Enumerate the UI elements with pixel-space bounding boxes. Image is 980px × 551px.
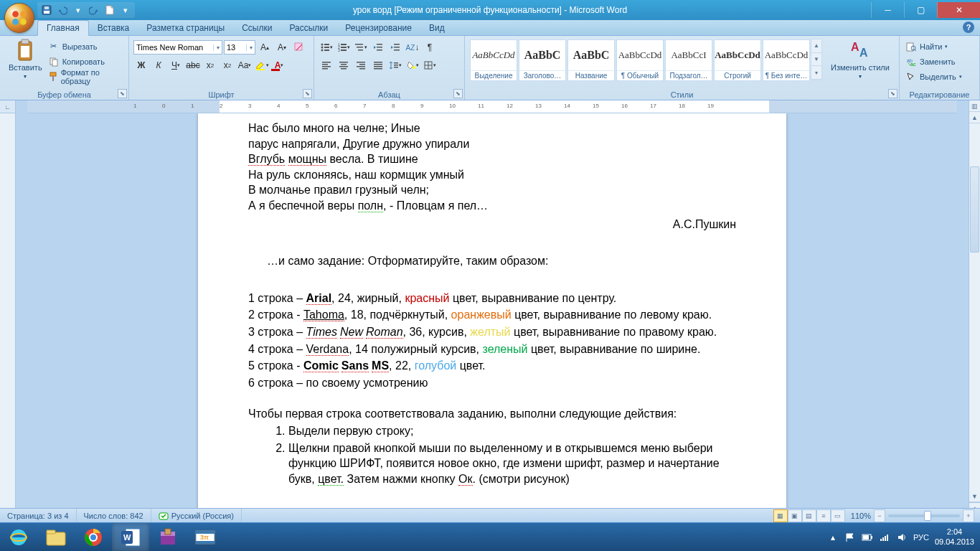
style-tile[interactable]: AaBbCЗаголово… [519,39,566,81]
sort-icon[interactable]: AZ↓ [405,39,420,55]
show-hidden-icon[interactable]: ▴ [827,532,839,543]
clipboard-launcher-icon[interactable]: ⬊ [118,89,127,98]
scroll-up-button[interactable]: ▲ [969,112,980,123]
zoom-in-icon[interactable]: + [963,509,974,522]
tab-page-layout[interactable]: Разметка страницы [138,21,233,35]
moviemaker-icon[interactable]: 3π [187,523,224,552]
borders-icon[interactable]: ▾ [422,57,438,73]
styles-launcher-icon[interactable]: ⬊ [888,89,897,98]
winrar-icon[interactable] [149,523,187,552]
tab-review[interactable]: Рецензирование [336,21,420,35]
style-tile[interactable]: AaBbCcDdСтрогий [714,39,761,81]
draft-view-icon[interactable]: ▭ [831,509,845,522]
clear-formatting-icon[interactable] [291,39,307,55]
undo-dropdown-icon[interactable]: ▾ [71,3,85,17]
style-tile[interactable]: AaBbCcDdВыделение [470,39,517,81]
scroll-down-icon[interactable]: ▼ [811,53,821,67]
subscript-icon[interactable]: x2 [202,57,218,73]
full-screen-view-icon[interactable]: ▣ [788,509,802,522]
tab-selector-icon[interactable]: ∟ [0,100,15,113]
style-tile[interactable]: AaBbCcIПодзагол… [665,39,712,81]
scroll-down-button[interactable]: ▼ [969,491,980,502]
maximize-button[interactable]: ▢ [904,2,937,18]
print-layout-view-icon[interactable]: ▦ [773,509,788,522]
tray-language[interactable]: РУС [913,533,929,542]
shading-icon[interactable]: ▾ [405,57,420,73]
scroll-up-icon[interactable]: ▲ [811,39,821,53]
align-center-icon[interactable] [336,57,352,73]
strikethrough-icon[interactable]: abc [185,57,201,73]
multilevel-list-icon[interactable]: ▾ [353,39,369,55]
wifi-icon[interactable] [879,532,890,543]
status-page[interactable]: Страница: 3 из 4 [0,509,77,522]
show-marks-icon[interactable]: ¶ [422,39,438,55]
align-left-icon[interactable] [319,57,334,73]
tab-mailings[interactable]: Рассылки [281,21,336,35]
change-styles-button[interactable]: AA Изменить стили▾ [826,37,894,90]
volume-icon[interactable] [896,532,908,543]
office-button[interactable] [4,3,34,33]
web-layout-view-icon[interactable]: ▤ [802,509,816,522]
grow-font-icon[interactable]: A▴ [257,39,273,55]
line-spacing-icon[interactable]: ▾ [387,57,403,73]
font-launcher-icon[interactable]: ⬊ [303,89,312,98]
style-tile[interactable]: AaBbCНазвание [567,39,615,81]
highlight-icon[interactable]: ▾ [254,57,270,73]
underline-icon[interactable]: Ч ▾ [168,57,184,73]
minimize-button[interactable]: ─ [871,2,904,18]
tab-references[interactable]: Ссылки [233,21,281,35]
font-name-combo[interactable]: Times New Roman▾ [133,40,222,55]
font-color-icon[interactable]: A▾ [271,57,287,73]
find-button[interactable]: Найти ▾ [904,39,949,54]
select-button[interactable]: Выделить ▾ [904,69,963,84]
word-taskbar-icon[interactable]: W [112,523,149,552]
tab-insert[interactable]: Вставка [89,21,138,35]
zoom-level[interactable]: 110% [851,512,871,520]
battery-icon[interactable] [862,532,873,543]
explorer-icon[interactable] [37,523,75,552]
qat-customize-icon[interactable]: ▾ [118,3,133,17]
superscript-icon[interactable]: x2 [220,57,235,73]
align-right-icon[interactable] [353,57,369,73]
copy-button[interactable]: Копировать [47,54,124,69]
tab-home[interactable]: Главная [37,20,89,36]
replace-button[interactable]: abacЗаменить [904,54,956,69]
format-painter-button[interactable]: Формат по образцу [47,69,124,84]
flag-icon[interactable] [844,532,856,543]
tray-clock[interactable]: 2:04 09.04.2013 [935,527,974,546]
save-icon[interactable] [39,3,54,17]
shrink-font-icon[interactable]: A▾ [274,39,290,55]
expand-gallery-icon[interactable]: ▾ [811,66,821,80]
justify-icon[interactable] [370,57,386,73]
outline-view-icon[interactable]: ≡ [816,509,831,522]
numbering-icon[interactable]: 123▾ [336,39,352,55]
ie-icon[interactable] [0,523,37,552]
change-case-icon[interactable]: Aa▾ [237,57,253,73]
help-icon[interactable]: ? [963,22,974,33]
paste-button[interactable]: Вставить ▾ [4,37,47,81]
style-tile[interactable]: AaBbCcDd¶ Обычный [616,39,664,81]
styles-scroll[interactable]: ▲ ▼ ▾ [811,39,822,80]
redo-icon[interactable] [87,3,101,17]
paragraph-launcher-icon[interactable]: ⬊ [453,89,463,98]
chrome-icon[interactable] [75,523,112,552]
cut-button[interactable]: ✂Вырезать [47,39,124,54]
ruler-toggle-icon[interactable]: ▥ [969,100,980,112]
scroll-thumb[interactable] [970,166,979,253]
new-doc-icon[interactable] [103,3,117,17]
status-language[interactable]: Русский (Россия) [151,509,242,522]
italic-icon[interactable]: К [151,57,166,73]
zoom-slider[interactable] [888,514,960,517]
bold-icon[interactable]: Ж [133,57,149,73]
decrease-indent-icon[interactable] [370,39,386,55]
font-size-combo[interactable]: 13▾ [224,40,255,55]
vertical-scrollbar[interactable]: ▥ ▲ ▼ ⏶ ◉ ⏷ [969,100,980,535]
document-page[interactable]: Нас было много на челне; Иныепарус напря… [198,113,786,535]
tab-view[interactable]: Вид [420,21,453,35]
close-button[interactable]: ✕ [937,2,980,18]
horizontal-ruler[interactable]: 1012345678910111213141516171819 [27,100,957,113]
undo-icon[interactable] [55,3,70,17]
status-words[interactable]: Число слов: 842 [77,509,151,522]
bullets-icon[interactable]: ▾ [319,39,334,55]
zoom-thumb[interactable] [924,511,931,521]
